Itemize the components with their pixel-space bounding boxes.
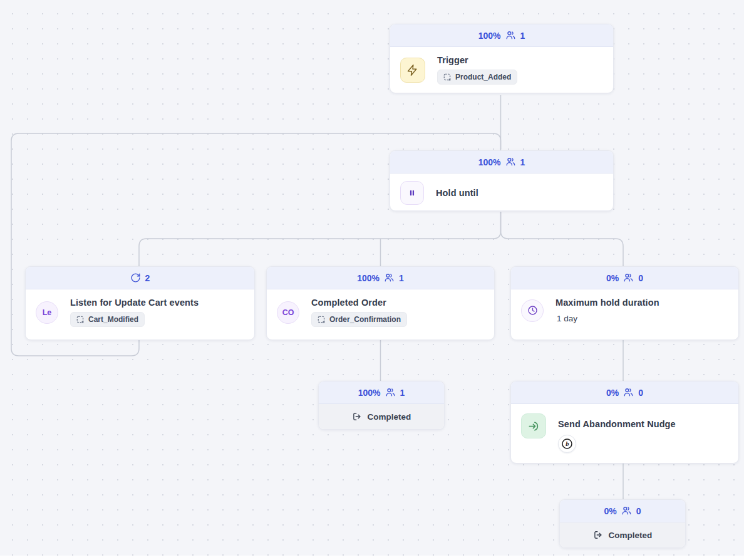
users-icon [621,506,632,516]
stat-count: 1 [520,157,525,167]
completed-exit-node-top[interactable]: 100% 1 Completed [318,381,445,430]
node-title: Send Abandonment Nudge [558,419,676,429]
node-subtitle: 1 day [557,314,577,323]
journey-canvas[interactable]: 100% 1 Trigger Product_Added 100% [0,0,744,560]
stat-percent: 0% [604,506,616,516]
exit-label: Completed [609,531,653,540]
max-hold-duration-node[interactable]: 0% 0 Maximum hold duration 1 day [510,266,739,340]
stat-percent: 100% [358,388,381,398]
custom-event-icon [443,73,452,81]
event-badge: Cart_Modified [70,312,145,327]
users-icon [623,272,634,283]
stat-percent: 100% [357,273,380,283]
listen-node-stats: 2 [26,267,254,289]
node-title: Completed Order [311,298,386,308]
nudge-node-stats: 0% 0 [511,381,738,404]
pause-icon [400,181,424,205]
node-title: Trigger [437,55,468,65]
stat-count: 0 [638,388,643,398]
canvas-bottom-edge [0,556,744,560]
loop-icon [130,272,141,283]
users-icon [384,272,395,283]
trigger-node[interactable]: 100% 1 Trigger Product_Added [390,24,614,93]
zap-icon [400,58,425,83]
users-icon [623,387,634,398]
send-abandonment-nudge-node[interactable]: 0% 0 Send Abandonment Nudge b [510,381,739,464]
stat-percent: 0% [606,273,619,283]
exit-label: Completed [368,412,411,422]
svg-text:b: b [566,440,569,447]
exit-node-stats: 0% 0 [560,500,685,522]
stat-count: 1 [520,31,525,41]
stat-count: 0 [636,506,641,516]
exit-node-stats: 100% 1 [319,381,444,404]
node-title: Maximum hold duration [555,298,659,308]
completed-exit-node-bottom[interactable]: 0% 0 Completed [559,499,686,548]
stat-percent: 100% [478,31,501,41]
users-icon [505,30,516,41]
exit-icon [352,412,362,422]
completed-order-node-stats: 100% 1 [267,267,494,289]
node-title: Hold until [436,188,478,198]
avatar: Le [36,301,58,324]
node-title: Listen for Update Cart events [70,298,199,308]
avatar: CO [277,301,299,324]
stat-count: 0 [638,273,643,283]
edge-hold-branch-right [501,212,624,266]
max-hold-node-stats: 0% 0 [511,267,738,289]
stat-count: 1 [399,273,404,283]
users-icon [385,387,396,398]
stat-count: 2 [145,273,150,283]
users-icon [505,157,516,167]
hold-until-node-stats: 100% 1 [390,151,613,174]
stat-count: 1 [400,388,405,398]
event-badge: Product_Added [437,70,517,85]
listen-cart-events-node[interactable]: 2 Le Listen for Update Cart events Cart_… [25,266,255,340]
event-badge: Order_Confirmation [311,312,407,327]
edge-hold-branch-left [139,212,501,266]
custom-event-icon [318,316,326,324]
stat-percent: 100% [478,157,501,167]
hold-until-node[interactable]: 100% 1 Hold until [390,150,614,211]
braze-logo: b [558,435,576,453]
completed-order-node[interactable]: 100% 1 CO Completed Order Order_Confirma… [266,266,495,340]
exit-icon [593,530,603,540]
trigger-node-stats: 100% 1 [390,24,613,47]
enter-channel-icon [521,413,546,438]
stat-percent: 0% [606,388,619,398]
clock-icon [521,299,544,322]
custom-event-icon [76,316,85,324]
